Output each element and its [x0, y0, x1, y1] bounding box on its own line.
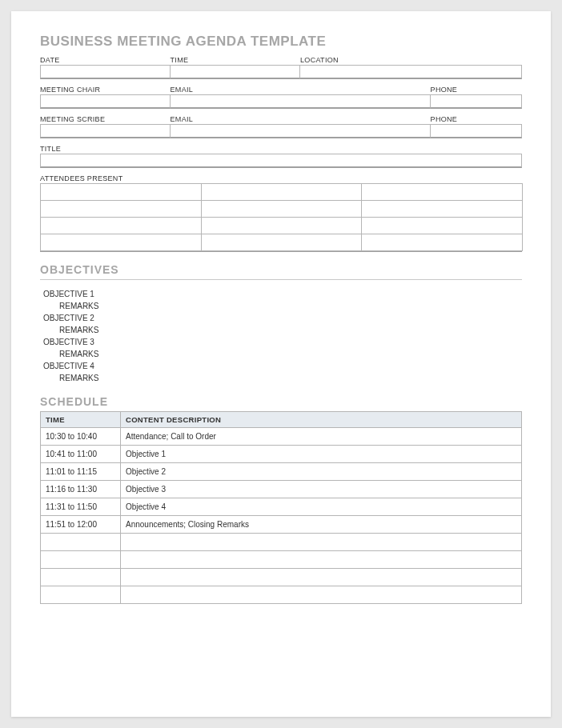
- chair-phone-label: PHONE: [431, 86, 522, 94]
- schedule-content-cell[interactable]: [121, 586, 522, 604]
- schedule-content-cell[interactable]: [121, 534, 522, 551]
- content-header: CONTENT DESCRIPTION: [121, 412, 522, 428]
- attendee-cell[interactable]: [40, 234, 202, 251]
- table-row: 10:30 to 10:40Attendance; Call to Order: [41, 428, 522, 446]
- chair-email-input[interactable]: [171, 94, 431, 109]
- schedule-content-cell[interactable]: Objective 4: [121, 498, 522, 516]
- table-row: [41, 551, 522, 569]
- attendees-grid: [40, 183, 522, 252]
- table-row: [41, 569, 522, 586]
- attendee-cell[interactable]: [201, 200, 363, 218]
- scribe-label: MEETING SCRIBE: [40, 115, 171, 123]
- attendee-cell[interactable]: [361, 234, 523, 251]
- schedule-heading: SCHEDULE: [40, 395, 522, 408]
- objective-remarks-label: REMARKS: [40, 348, 522, 360]
- time-header: TIME: [41, 412, 121, 428]
- table-row: 11:51 to 12:00Announcements; Closing Rem…: [41, 516, 522, 534]
- date-label: DATE: [40, 56, 171, 64]
- scribe-input[interactable]: [40, 124, 171, 138]
- page-title: BUSINESS MEETING AGENDA TEMPLATE: [40, 34, 522, 50]
- objective-remarks-label: REMARKS: [40, 372, 522, 384]
- schedule-time-cell[interactable]: 10:30 to 10:40: [41, 428, 121, 446]
- schedule-time-cell[interactable]: [41, 569, 121, 586]
- objective-name: OBJECTIVE 2: [40, 312, 522, 324]
- chair-phone-input[interactable]: [431, 94, 522, 109]
- title-label: TITLE: [40, 145, 522, 153]
- table-row: [41, 586, 522, 604]
- schedule-time-cell[interactable]: 11:01 to 11:15: [41, 463, 121, 481]
- table-row: 11:01 to 11:15Objective 2: [41, 463, 522, 481]
- row-scribe: MEETING SCRIBE EMAIL PHONE: [40, 115, 522, 138]
- schedule-content-cell[interactable]: Objective 1: [121, 446, 522, 463]
- scribe-email-label: EMAIL: [171, 115, 431, 123]
- attendees-label: ATTENDEES PRESENT: [40, 174, 522, 182]
- attendee-cell[interactable]: [361, 217, 523, 234]
- schedule-time-cell[interactable]: 11:51 to 12:00: [41, 516, 121, 534]
- schedule-content-cell[interactable]: [121, 569, 522, 586]
- schedule-content-cell[interactable]: Objective 3: [121, 481, 522, 498]
- scribe-phone-label: PHONE: [431, 115, 522, 123]
- table-row: 11:31 to 11:50Objective 4: [41, 498, 522, 516]
- attendee-cell[interactable]: [201, 234, 363, 251]
- table-row: [41, 534, 522, 551]
- divider: [40, 279, 522, 280]
- scribe-email-input[interactable]: [171, 124, 431, 138]
- attendee-cell[interactable]: [40, 183, 202, 201]
- date-input[interactable]: [40, 65, 171, 79]
- location-label: LOCATION: [300, 56, 522, 64]
- objective-remarks-label: REMARKS: [40, 324, 522, 336]
- table-row: 11:16 to 11:30Objective 3: [41, 481, 522, 498]
- attendee-cell[interactable]: [40, 200, 202, 218]
- schedule-content-cell[interactable]: [121, 551, 522, 569]
- schedule-content-cell[interactable]: Objective 2: [121, 463, 522, 481]
- schedule-time-cell[interactable]: [41, 586, 121, 604]
- row-date-time-location: DATE TIME LOCATION: [40, 56, 522, 79]
- schedule-time-cell[interactable]: 10:41 to 11:00: [41, 446, 121, 463]
- attendees-section: ATTENDEES PRESENT: [40, 174, 522, 252]
- objectives-list: OBJECTIVE 1REMARKSOBJECTIVE 2REMARKSOBJE…: [40, 288, 522, 384]
- chair-label: MEETING CHAIR: [40, 86, 171, 94]
- attendee-cell[interactable]: [201, 183, 363, 201]
- schedule-time-cell[interactable]: 11:16 to 11:30: [41, 481, 121, 498]
- objective-remarks-label: REMARKS: [40, 300, 522, 312]
- chair-input[interactable]: [40, 94, 171, 109]
- schedule-time-cell[interactable]: [41, 551, 121, 569]
- time-label: TIME: [171, 56, 301, 64]
- schedule-content-cell[interactable]: Attendance; Call to Order: [121, 428, 522, 446]
- attendee-cell[interactable]: [201, 217, 363, 234]
- row-chair: MEETING CHAIR EMAIL PHONE: [40, 86, 522, 109]
- objective-name: OBJECTIVE 1: [40, 288, 522, 300]
- attendee-cell[interactable]: [361, 200, 523, 218]
- row-title: TITLE: [40, 145, 522, 168]
- objective-name: OBJECTIVE 3: [40, 336, 522, 348]
- table-row: 10:41 to 11:00Objective 1: [41, 446, 522, 463]
- objectives-heading: OBJECTIVES: [40, 263, 522, 276]
- schedule-content-cell[interactable]: Announcements; Closing Remarks: [121, 516, 522, 534]
- schedule-time-cell[interactable]: 11:31 to 11:50: [41, 498, 121, 516]
- attendee-cell[interactable]: [40, 217, 202, 234]
- schedule-table: TIME CONTENT DESCRIPTION 10:30 to 10:40A…: [40, 411, 522, 604]
- attendee-cell[interactable]: [361, 183, 523, 201]
- document-page: BUSINESS MEETING AGENDA TEMPLATE DATE TI…: [11, 11, 551, 717]
- title-input[interactable]: [40, 154, 522, 168]
- objective-name: OBJECTIVE 4: [40, 360, 522, 372]
- chair-email-label: EMAIL: [171, 86, 431, 94]
- time-input[interactable]: [171, 65, 301, 79]
- scribe-phone-input[interactable]: [431, 124, 522, 138]
- schedule-time-cell[interactable]: [41, 534, 121, 551]
- location-input[interactable]: [300, 65, 522, 79]
